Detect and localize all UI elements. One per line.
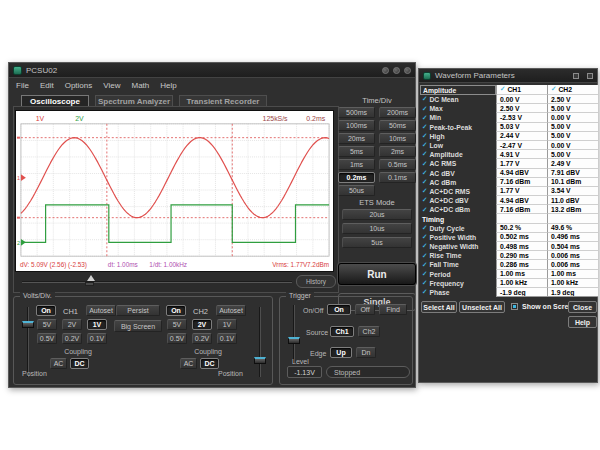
trigger-level-track[interactable]	[293, 305, 295, 363]
trigger-edge-up-button[interactable]: Up	[330, 347, 352, 358]
params-titlebar[interactable]: Waveform Parameters	[419, 69, 597, 83]
ch1-volts-0-2v-button[interactable]: 0.2V	[62, 333, 82, 344]
ch2-position-handle[interactable]	[254, 357, 266, 364]
timediv-0-5ms-button[interactable]: 0.5ms	[379, 159, 416, 170]
ets-10us-button[interactable]: 10us	[342, 223, 412, 234]
params-close-button-bottom[interactable]: Close	[568, 301, 597, 313]
param-checkbox-icon[interactable]: ✓	[422, 253, 427, 260]
trigger-source-ch2-button[interactable]: Ch2	[358, 326, 380, 337]
param-checkbox-icon[interactable]: ✓	[422, 207, 427, 214]
menu-item-view[interactable]: View	[103, 81, 120, 90]
column-header-ch1[interactable]: ✓CH1	[496, 85, 547, 95]
param-checkbox-icon[interactable]: ✓	[422, 188, 427, 195]
menu-item-file[interactable]: File	[16, 81, 29, 90]
ch2-volts-2v-button[interactable]: 2V	[192, 319, 212, 330]
ch2-volts-0-1v-button[interactable]: 0.1V	[217, 333, 237, 344]
ch1-coupling-dc-button[interactable]: DC	[70, 358, 89, 369]
param-checkbox-icon[interactable]: ✓	[422, 243, 427, 250]
param-checkbox-icon[interactable]: ✓	[422, 151, 427, 158]
params-help-button[interactable]: Help	[568, 316, 597, 328]
param-checkbox-icon[interactable]: ✓	[422, 106, 427, 113]
param-checkbox-icon[interactable]: ✓	[422, 179, 427, 186]
param-checkbox-icon[interactable]: ✓	[422, 133, 427, 140]
trigger-off-button[interactable]: Off	[355, 304, 375, 315]
big-screen-button[interactable]: Big Screen	[114, 320, 162, 332]
ch2-volts-5v-button[interactable]: 5V	[167, 319, 187, 330]
timediv-0-2ms-button[interactable]: 0.2ms	[338, 172, 375, 183]
trigger-edge-dn-button[interactable]: Dn	[356, 347, 376, 358]
timediv-50us-button[interactable]: 50us	[338, 185, 375, 196]
trigger-on-button[interactable]: On	[327, 304, 351, 315]
channel-checkbox-icon[interactable]: ✓	[500, 86, 505, 93]
minimize-button[interactable]	[382, 67, 389, 74]
timediv-20ms-button[interactable]: 20ms	[338, 133, 375, 144]
close-button[interactable]	[404, 67, 411, 74]
horizontal-position-scrollbar[interactable]	[20, 275, 294, 288]
menu-item-help[interactable]: Help	[160, 81, 176, 90]
ch2-volts-0-2v-button[interactable]: 0.2V	[192, 333, 212, 344]
select-all-button[interactable]: Select All	[421, 301, 457, 313]
ch1-volts-1v-button[interactable]: 1V	[87, 319, 107, 330]
ets-5us-button[interactable]: 5us	[342, 237, 412, 248]
timediv-200ms-button[interactable]: 200ms	[379, 107, 416, 118]
param-checkbox-icon[interactable]: ✓	[422, 115, 427, 122]
param-checkbox-icon[interactable]: ✓	[422, 280, 427, 287]
ch1-autoset-button[interactable]: Autoset	[86, 305, 116, 316]
ets-20us-button[interactable]: 20us	[342, 209, 412, 220]
ch1-on-button[interactable]: On	[36, 305, 56, 316]
ch2-autoset-button[interactable]: Autoset	[216, 305, 246, 316]
trigger-level-handle[interactable]	[288, 337, 300, 344]
channel-checkbox-icon[interactable]: ✓	[551, 86, 556, 93]
param-checkbox-icon[interactable]: ✓	[422, 225, 427, 232]
menu-item-math[interactable]: Math	[131, 81, 149, 90]
ch1-volts-0-5v-button[interactable]: 0.5V	[37, 333, 57, 344]
scrollbar-grip[interactable]	[85, 282, 94, 286]
trigger-source-ch1-button[interactable]: Ch1	[330, 326, 354, 337]
param-checkbox-icon[interactable]: ✓	[422, 271, 427, 278]
column-header-ch2[interactable]: ✓CH2	[547, 85, 598, 95]
ch2-coupling-ac-button[interactable]: AC	[180, 358, 197, 369]
timediv-2ms-button[interactable]: 2ms	[379, 146, 416, 157]
ch1-volts-0-1v-button[interactable]: 0.1V	[87, 333, 107, 344]
ch2-volts-0-5v-button[interactable]: 0.5V	[167, 333, 187, 344]
timediv-100ms-button[interactable]: 100ms	[338, 120, 375, 131]
run-button[interactable]: Run	[338, 263, 416, 285]
unselect-all-button[interactable]: Unselect All	[459, 301, 505, 313]
main-titlebar[interactable]: PCSU02	[9, 63, 415, 78]
persist-button[interactable]: Persist	[116, 305, 160, 316]
timediv-1ms-button[interactable]: 1ms	[338, 159, 375, 170]
ch2-position-slider[interactable]	[254, 307, 266, 377]
param-checkbox-icon[interactable]: ✓	[422, 197, 427, 204]
params-minimize-button[interactable]	[573, 73, 579, 79]
param-checkbox-icon[interactable]: ✓	[422, 234, 427, 241]
show-on-screen-checkbox[interactable]	[511, 303, 518, 310]
param-checkbox-icon[interactable]: ✓	[422, 262, 427, 269]
menu-item-edit[interactable]: Edit	[40, 81, 54, 90]
maximize-button[interactable]	[393, 67, 400, 74]
scrollbar-marker-icon[interactable]	[87, 275, 95, 281]
trigger-level-slider[interactable]	[288, 305, 300, 363]
ch2-position-track[interactable]	[259, 307, 261, 377]
param-checkbox-icon[interactable]: ✓	[422, 96, 427, 103]
ch1-volts-2v-button[interactable]: 2V	[62, 319, 82, 330]
ch2-on-button[interactable]: On	[166, 305, 186, 316]
ch1-position-track[interactable]	[27, 307, 29, 377]
timediv-500ms-button[interactable]: 500ms	[338, 107, 375, 118]
param-checkbox-icon[interactable]: ✓	[422, 142, 427, 149]
trigger-find-button[interactable]: Find	[379, 304, 407, 315]
ch1-position-handle[interactable]	[22, 321, 34, 328]
param-checkbox-icon[interactable]: ✓	[422, 161, 427, 168]
ch1-coupling-ac-button[interactable]: AC	[50, 358, 67, 369]
param-checkbox-icon[interactable]: ✓	[422, 124, 427, 131]
menu-item-options[interactable]: Options	[65, 81, 93, 90]
param-checkbox-icon[interactable]: ✓	[422, 289, 427, 296]
params-close-button[interactable]	[587, 73, 593, 79]
timediv-5ms-button[interactable]: 5ms	[338, 146, 375, 157]
timediv-10ms-button[interactable]: 10ms	[379, 133, 416, 144]
ch2-volts-1v-button[interactable]: 1V	[217, 319, 237, 330]
scrollbar-track[interactable]	[22, 281, 292, 283]
ch2-coupling-dc-button[interactable]: DC	[200, 358, 219, 369]
ch1-position-slider[interactable]	[22, 307, 34, 377]
timediv-50ms-button[interactable]: 50ms	[379, 120, 416, 131]
history-button[interactable]: History	[296, 275, 336, 288]
